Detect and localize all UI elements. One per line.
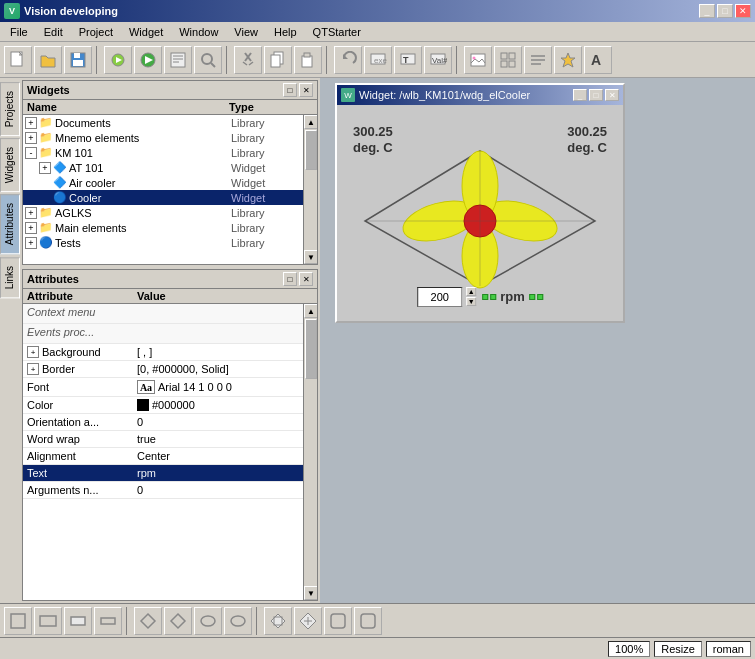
tb-undo[interactable] — [334, 46, 362, 74]
expand-documents[interactable]: + — [25, 117, 37, 129]
tb-run[interactable] — [134, 46, 162, 74]
menu-file[interactable]: File — [2, 24, 36, 40]
svg-point-12 — [202, 54, 212, 64]
attrs-scroll-down[interactable]: ▼ — [304, 586, 317, 600]
maximize-button[interactable]: □ — [717, 4, 733, 18]
attr-row-wordwrap[interactable]: Word wrap true — [23, 431, 303, 448]
tb-cut[interactable] — [234, 46, 262, 74]
attr-row-text[interactable]: Text rpm — [23, 465, 303, 482]
attr-row-events[interactable]: Events proc... — [23, 324, 303, 344]
tree-item-mnemo[interactable]: + 📁 Mnemo elements Library — [23, 130, 303, 145]
expand-at101[interactable]: + — [39, 162, 51, 174]
menu-widget[interactable]: Widget — [121, 24, 171, 40]
attr-row-color[interactable]: Color #000000 — [23, 397, 303, 414]
tb-copy[interactable] — [264, 46, 292, 74]
main-toolbar: exec T Val# A — [0, 42, 755, 78]
tree-item-documents[interactable]: + 📁 Documents Library — [23, 115, 303, 130]
tree-item-main-elements[interactable]: + 📁 Main elements Library — [23, 220, 303, 235]
attributes-panel-close[interactable]: ✕ — [299, 272, 313, 286]
menu-help[interactable]: Help — [266, 24, 305, 40]
attr-row-border[interactable]: + Border [0, #000000, Solid] — [23, 361, 303, 378]
menu-qtstarter[interactable]: QTStarter — [305, 24, 369, 40]
expand-background[interactable]: + — [27, 346, 39, 358]
tb-font[interactable]: A — [584, 46, 612, 74]
rpm-input[interactable] — [417, 287, 462, 307]
rpm-down-btn[interactable]: ▼ — [466, 297, 476, 306]
tb-val[interactable]: Val# — [424, 46, 452, 74]
widgets-col-type: Type — [229, 101, 299, 113]
tb-new[interactable] — [4, 46, 32, 74]
expand-km101[interactable]: - — [25, 147, 37, 159]
attributes-panel-expand[interactable]: □ — [283, 272, 297, 286]
item-name-documents: Documents — [55, 117, 231, 129]
title-bar: V Vision developing _ □ ✕ — [0, 0, 755, 22]
attrs-scroll-up[interactable]: ▲ — [304, 304, 317, 318]
tb-img[interactable] — [464, 46, 492, 74]
scroll-down[interactable]: ▼ — [304, 250, 317, 264]
attr-row-arguments[interactable]: Arguments n... 0 — [23, 482, 303, 499]
widgets-scrollbar[interactable]: ▲ ▼ — [303, 115, 317, 264]
widget-title-buttons: _ □ ✕ — [573, 89, 619, 101]
tb-align[interactable] — [524, 46, 552, 74]
folder-icon-main: 📁 — [39, 221, 53, 234]
tab-links[interactable]: Links — [0, 257, 20, 298]
scroll-up[interactable]: ▲ — [304, 115, 317, 129]
tree-item-at101[interactable]: + 🔷 AT 101 Widget — [23, 160, 303, 175]
menu-view[interactable]: View — [226, 24, 266, 40]
tb-build[interactable] — [104, 46, 132, 74]
expand-aglks[interactable]: + — [25, 207, 37, 219]
close-button[interactable]: ✕ — [735, 4, 751, 18]
tb-open[interactable] — [34, 46, 62, 74]
tb-zoom[interactable] — [194, 46, 222, 74]
tb-save[interactable] — [64, 46, 92, 74]
rpm-up-btn[interactable]: ▲ — [466, 287, 476, 296]
attr-row-context-menu[interactable]: Context menu — [23, 304, 303, 324]
tab-projects[interactable]: Projects — [0, 82, 20, 136]
bt-btn-8[interactable] — [224, 607, 252, 635]
tab-attributes[interactable]: Attributes — [0, 194, 20, 254]
tb-prop[interactable] — [554, 46, 582, 74]
widgets-panel-expand[interactable]: □ — [283, 83, 297, 97]
tb-text[interactable]: T — [394, 46, 422, 74]
attr-row-alignment[interactable]: Alignment Center — [23, 448, 303, 465]
widgets-panel-header: Widgets □ ✕ — [23, 81, 317, 100]
tb-exec[interactable]: exec — [364, 46, 392, 74]
attr-value-text: rpm — [137, 467, 299, 479]
tb-paste[interactable] — [294, 46, 322, 74]
tb-grid[interactable] — [494, 46, 522, 74]
tb-edit[interactable] — [164, 46, 192, 74]
minimize-button[interactable]: _ — [699, 4, 715, 18]
bt-btn-10[interactable] — [294, 607, 322, 635]
bt-btn-2[interactable] — [34, 607, 62, 635]
attrs-scrollbar[interactable]: ▲ ▼ — [303, 304, 317, 600]
bt-btn-6[interactable] — [164, 607, 192, 635]
bt-btn-9[interactable] — [264, 607, 292, 635]
expand-main-elements[interactable]: + — [25, 222, 37, 234]
bt-btn-5[interactable] — [134, 607, 162, 635]
widget-minimize-btn[interactable]: _ — [573, 89, 587, 101]
expand-border[interactable]: + — [27, 363, 39, 375]
tab-widgets[interactable]: Widgets — [0, 138, 20, 192]
attr-row-background[interactable]: + Background [ , ] — [23, 344, 303, 361]
widgets-panel-close[interactable]: ✕ — [299, 83, 313, 97]
tree-item-aglks[interactable]: + 📁 AGLKS Library — [23, 205, 303, 220]
bt-btn-11[interactable] — [324, 607, 352, 635]
tree-item-tests[interactable]: + 🔵 Tests Library — [23, 235, 303, 250]
widget-close-btn[interactable]: ✕ — [605, 89, 619, 101]
bt-btn-3[interactable] — [64, 607, 92, 635]
expand-mnemo[interactable]: + — [25, 132, 37, 144]
bt-btn-4[interactable] — [94, 607, 122, 635]
bt-btn-12[interactable] — [354, 607, 382, 635]
tree-item-cooler[interactable]: 🔵 Cooler Widget — [23, 190, 303, 205]
tree-item-aircooler[interactable]: 🔷 Air cooler Widget — [23, 175, 303, 190]
expand-tests[interactable]: + — [25, 237, 37, 249]
menu-window[interactable]: Window — [171, 24, 226, 40]
attr-row-orientation[interactable]: Orientation a... 0 — [23, 414, 303, 431]
menu-edit[interactable]: Edit — [36, 24, 71, 40]
widget-maximize-btn[interactable]: □ — [589, 89, 603, 101]
bt-btn-7[interactable] — [194, 607, 222, 635]
attr-row-font[interactable]: Font Aa Arial 14 1 0 0 0 — [23, 378, 303, 397]
tree-item-km101[interactable]: - 📁 KM 101 Library — [23, 145, 303, 160]
menu-project[interactable]: Project — [71, 24, 121, 40]
bt-btn-1[interactable] — [4, 607, 32, 635]
